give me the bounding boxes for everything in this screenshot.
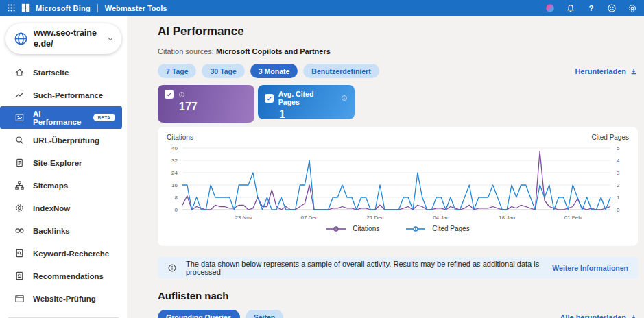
banner-text: The data shown below represents a sample… [186,260,543,276]
svg-text:04 Jan: 04 Jan [433,215,449,221]
download-icon [630,313,638,318]
info-icon [167,263,177,273]
settings-icon[interactable] [628,3,637,13]
top-bar: Microsoft Bing Webmaster Tools [0,0,644,16]
svg-text:8: 8 [175,195,178,201]
download-icon [630,67,638,75]
sidebar-item-site-explorer[interactable]: Site-Explorer [0,151,127,174]
svg-text:16: 16 [171,182,178,188]
svg-text:01 Feb: 01 Feb [564,215,582,221]
citations-metric-card[interactable]: 177 [158,85,254,123]
svg-text:1: 1 [617,195,620,201]
sidebar-menu: Startseite Such-Performance AI Performan… [0,61,127,310]
doc-icon [14,158,25,168]
chevron-down-icon [106,35,115,43]
avg-cited-pages-value: 1 [279,108,348,121]
filter-7-tage[interactable]: 7 Tage [158,64,196,78]
keyword-icon [14,248,25,258]
svg-text:4: 4 [617,158,620,164]
check-icon [266,95,272,101]
site-selector[interactable]: www.seo-trainee.de/ [5,23,121,54]
legend-citations[interactable]: Citations [326,225,379,232]
main-content: AI Performance Citation sources: Microso… [127,16,644,318]
sidebar-item-recommendations[interactable]: Recommendations [0,265,127,287]
page-title: AI Performance [158,25,638,38]
brand-title: Microsoft Bing [36,4,91,12]
svg-text:21 Dec: 21 Dec [366,215,383,221]
svg-text:24: 24 [171,170,178,176]
svg-text:2: 2 [617,182,620,188]
svg-text:0: 0 [617,207,620,213]
sidebar: www.seo-trainee.de/ Startseite Such-Perf… [0,16,127,318]
ai-chart-icon [14,112,25,123]
trend-icon [14,90,25,100]
legend-label: Citations [353,225,379,232]
citations-checkbox[interactable] [165,90,174,99]
list-by-title: Auflisten nach [158,290,638,302]
svg-text:5: 5 [617,145,620,151]
sidebar-item-sitemaps[interactable]: Sitemaps [0,174,127,197]
filter-3-monate[interactable]: 3 Monate [250,64,298,78]
help-icon[interactable] [586,3,596,13]
legend-marker-icon [326,225,346,232]
info-icon [178,91,185,98]
right-axis-title: Cited Pages [592,134,629,141]
legend-marker-icon [405,225,426,232]
svg-text:40: 40 [171,145,178,151]
feedback-icon[interactable] [607,3,617,13]
list-tab-group: Grounding QueriesSeiten [158,310,283,318]
info-banner: The data shown below represents a sample… [158,257,638,278]
filter-30-tage[interactable]: 30 Tage [202,64,244,78]
browser-icon [14,293,25,304]
metric-cards: 177 Avg. Cited Pages 1 [158,85,638,123]
avg-cited-pages-metric-card[interactable]: Avg. Cited Pages 1 [258,85,355,119]
citations-value: 177 [179,101,248,113]
legend-label: Cited Pages [432,225,469,232]
check-icon [166,91,172,97]
svg-text:0: 0 [175,207,178,213]
sidebar-item-such-performance[interactable]: Such-Performance [0,84,127,106]
tab-grounding-queries[interactable]: Grounding Queries [158,310,240,318]
beta-badge: BETA [93,114,115,121]
topbar-actions [545,3,637,13]
sidebar-item-startseite[interactable]: Startseite [0,61,127,84]
sidebar-item-website-pr-fung[interactable]: Website-Prüfung [0,287,127,310]
gear-icon [14,203,25,213]
microsoft-logo-icon [21,3,30,12]
sidebar-item-ai-performance[interactable]: AI Performance BETA [0,106,122,129]
avg-cited-pages-checkbox[interactable] [265,94,274,103]
site-url: www.seo-trainee.de/ [34,28,101,49]
app-launcher-icon[interactable] [7,3,16,12]
globe-icon [14,32,28,46]
more-information-link[interactable]: Weitere Informationen [552,264,628,272]
download-button[interactable]: Herunterladen [575,67,638,75]
left-axis-title: Citations [167,134,193,141]
list-icon [14,271,25,281]
sidebar-item-url-berpr-fung[interactable]: URL-Überprüfung [0,129,127,151]
download-label: Herunterladen [575,67,626,75]
sidebar-item-indexnow[interactable]: IndexNow [0,197,127,219]
svg-text:23 Nov: 23 Nov [235,215,252,221]
link-icon [14,225,25,236]
download-all-button[interactable]: Alle herunterladen [560,313,638,318]
home-icon [14,67,25,77]
notifications-icon[interactable] [566,3,575,13]
list-by-controls: Grounding QueriesSeiten Alle herunterlad… [158,310,638,318]
sidebar-item-backlinks[interactable]: Backlinks [0,219,127,242]
topbar-divider [97,4,98,12]
product-title: Webmaster Tools [105,4,167,12]
svg-text:3: 3 [617,170,620,176]
date-range-filters: 7 Tage30 Tage3 MonateBenutzerdefiniert H… [158,64,638,78]
filter-benutzerdefiniert[interactable]: Benutzerdefiniert [303,64,379,78]
line-chart[interactable]: 405324243162810023 Nov07 Dec21 Dec04 Jan… [160,143,635,223]
legend-cited-pages[interactable]: Cited Pages [405,225,469,232]
chart-legend: CitationsCited Pages [158,225,638,232]
copilot-icon[interactable] [545,3,555,13]
svg-text:07 Dec: 07 Dec [300,215,318,221]
filter-pill-group: 7 Tage30 Tage3 MonateBenutzerdefiniert [158,64,379,78]
sidebar-item-keyword-recherche[interactable]: Keyword-Recherche [0,242,127,265]
sitemap-icon [14,180,25,191]
citation-sources: Citation sources: Microsoft Copilots and… [158,47,638,56]
download-all-label: Alle herunterladen [560,313,626,318]
tab-seiten[interactable]: Seiten [246,310,284,318]
